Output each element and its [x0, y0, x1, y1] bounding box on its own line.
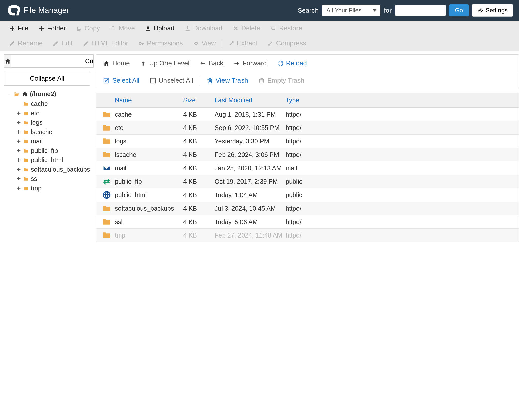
- key-icon: [138, 40, 144, 46]
- col-type[interactable]: Type: [283, 93, 519, 107]
- table-row[interactable]: cache 4 KB Aug 1, 2018, 1:31 PM httpd/: [96, 108, 519, 121]
- tree-item[interactable]: +lscache: [4, 127, 90, 137]
- tree-item[interactable]: +public_ftp: [4, 146, 90, 155]
- nav-up-button[interactable]: Up One Level: [135, 56, 194, 71]
- col-size[interactable]: Size: [181, 93, 212, 107]
- logo-area: File Manager: [6, 4, 69, 17]
- cell-name: softaculous_backups: [115, 205, 183, 212]
- cell-modified: Jan 25, 2020, 12:13 AM: [215, 165, 286, 172]
- folder-icon: [102, 151, 111, 159]
- table-row[interactable]: mail 4 KB Jan 25, 2020, 12:13 AM mail: [96, 161, 519, 175]
- permissions-button[interactable]: Permissions: [133, 36, 188, 51]
- expand-icon[interactable]: +: [17, 128, 21, 136]
- folder-icon: [23, 101, 29, 106]
- search-scope-dropdown[interactable]: All Your Files: [322, 5, 380, 16]
- expand-icon[interactable]: +: [17, 166, 21, 173]
- unselect-all-button[interactable]: Unselect All: [144, 73, 198, 88]
- copy-button[interactable]: Copy: [71, 21, 105, 36]
- delete-button[interactable]: Delete: [228, 21, 265, 36]
- search-input[interactable]: [395, 5, 446, 16]
- tree-root[interactable]: − (/home2): [4, 90, 90, 98]
- view-trash-button[interactable]: View Trash: [201, 73, 253, 88]
- html-editor-button[interactable]: HTML Editor: [78, 36, 133, 51]
- nav-forward-button[interactable]: Forward: [228, 56, 272, 71]
- collapse-icon[interactable]: −: [8, 90, 12, 98]
- home-icon: [4, 58, 11, 64]
- path-input[interactable]: [11, 54, 85, 68]
- tree-item-label: public_ftp: [31, 147, 58, 154]
- cell-modified: Oct 19, 2017, 2:39 PM: [215, 178, 286, 185]
- cell-size: 4 KB: [183, 205, 215, 212]
- sidebar-go-button[interactable]: Go: [85, 54, 94, 68]
- download-icon: [184, 25, 191, 31]
- cell-type: mail: [286, 165, 516, 172]
- nav-back-button[interactable]: Back: [194, 56, 228, 71]
- expand-icon[interactable]: +: [17, 185, 21, 192]
- folder-icon: [102, 218, 111, 226]
- nav-home-button[interactable]: Home: [98, 56, 135, 71]
- rename-button[interactable]: Rename: [4, 36, 48, 51]
- tree-item[interactable]: +logs: [4, 118, 90, 127]
- select-all-button[interactable]: Select All: [98, 73, 144, 88]
- collapse-all-button[interactable]: Collapse All: [4, 71, 90, 86]
- table-row[interactable]: tmp 4 KB Feb 27, 2024, 11:48 AM httpd/: [96, 229, 519, 242]
- tree-item[interactable]: +softaculous_backups: [4, 165, 90, 174]
- folder-icon: [23, 139, 29, 144]
- table-row[interactable]: etc 4 KB Sep 6, 2022, 10:55 PM httpd/: [96, 121, 519, 135]
- home-icon: [103, 60, 110, 67]
- folder-button[interactable]: Folder: [33, 21, 71, 36]
- folder-icon: [23, 158, 29, 163]
- tree-item-label: ssl: [31, 175, 39, 182]
- toolbar-separator: [222, 39, 222, 48]
- extract-icon: [228, 40, 234, 46]
- download-button[interactable]: Download: [179, 21, 228, 36]
- sidebar-home-button[interactable]: [4, 54, 11, 68]
- expand-icon[interactable]: +: [17, 119, 21, 126]
- tree-item-label: etc: [31, 109, 39, 117]
- col-modified[interactable]: Last Modified: [212, 93, 283, 107]
- expand-icon[interactable]: +: [17, 147, 21, 154]
- col-name[interactable]: Name: [112, 93, 181, 107]
- upload-button[interactable]: Upload: [140, 21, 179, 36]
- tree-item-label: lscache: [31, 128, 52, 136]
- settings-button[interactable]: Settings: [472, 4, 513, 17]
- table-row[interactable]: public_html 4 KB Today, 1:04 AM public: [96, 188, 519, 202]
- file-button[interactable]: File: [4, 21, 33, 36]
- folder-icon: [23, 167, 29, 172]
- arrow-right-icon: [233, 60, 240, 67]
- cell-name: lscache: [115, 151, 183, 158]
- tree-item[interactable]: +ssl: [4, 174, 90, 184]
- tree-item[interactable]: +mail: [4, 137, 90, 146]
- move-button[interactable]: Move: [105, 21, 140, 36]
- table-row[interactable]: lscache 4 KB Feb 26, 2024, 3:06 PM httpd…: [96, 148, 519, 161]
- search-go-button[interactable]: Go: [449, 4, 469, 16]
- empty-trash-button[interactable]: Empty Trash: [253, 73, 309, 88]
- tree-item[interactable]: +tmp: [4, 184, 90, 193]
- tree-item[interactable]: +public_html: [4, 155, 90, 165]
- compress-button[interactable]: Compress: [262, 36, 311, 51]
- tree-item[interactable]: cache: [4, 99, 90, 108]
- table-row[interactable]: ssl 4 KB Today, 5:06 AM httpd/: [96, 215, 519, 229]
- expand-icon[interactable]: +: [17, 175, 21, 182]
- folder-icon: [23, 120, 29, 125]
- folder-icon: [23, 111, 29, 116]
- nav-reload-button[interactable]: Reload: [272, 56, 312, 71]
- table-row[interactable]: softaculous_backups 4 KB Jul 3, 2024, 10…: [96, 202, 519, 215]
- expand-icon[interactable]: +: [17, 138, 21, 145]
- tree-item[interactable]: +etc: [4, 108, 90, 118]
- view-button[interactable]: View: [188, 36, 221, 51]
- expand-icon[interactable]: +: [17, 109, 21, 117]
- table-row[interactable]: logs 4 KB Yesterday, 3:30 PM httpd/: [96, 135, 519, 148]
- cell-type: httpd/: [286, 124, 516, 132]
- tree-item-label: public_html: [31, 156, 63, 164]
- edit-button[interactable]: Edit: [48, 36, 78, 51]
- tree-root-label: (/home2): [30, 90, 56, 98]
- expand-icon[interactable]: +: [17, 156, 21, 164]
- table-row[interactable]: public_ftp 4 KB Oct 19, 2017, 2:39 PM pu…: [96, 175, 519, 188]
- extract-button[interactable]: Extract: [223, 36, 263, 51]
- cell-modified: Aug 1, 2018, 1:31 PM: [215, 111, 286, 118]
- restore-icon: [270, 25, 276, 31]
- cell-size: 4 KB: [183, 151, 215, 158]
- restore-button[interactable]: Restore: [265, 21, 307, 36]
- cell-type: httpd/: [286, 232, 516, 239]
